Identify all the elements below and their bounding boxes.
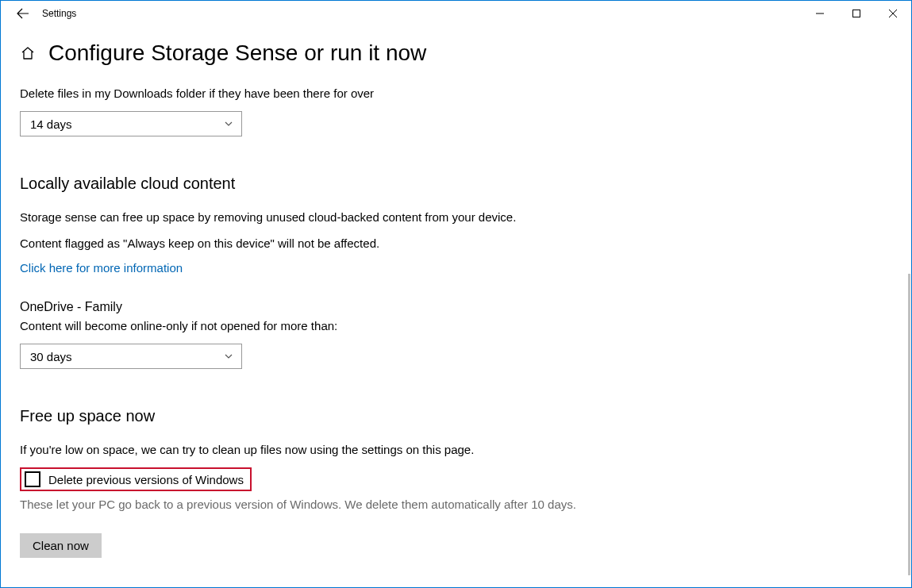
minimize-button[interactable]	[802, 1, 838, 26]
checkbox-note: These let your PC go back to a previous …	[20, 498, 892, 511]
onedrive-label: OneDrive - Family	[20, 300, 892, 314]
downloads-label: Delete files in my Downloads folder if t…	[20, 85, 892, 102]
cloud-more-info-link[interactable]: Click here for more information	[20, 261, 183, 275]
onedrive-desc: Content will become online-only if not o…	[20, 317, 892, 334]
page-title: Configure Storage Sense or run it now	[48, 40, 426, 66]
chevron-down-icon	[224, 350, 233, 363]
delete-previous-versions-checkbox[interactable]: Delete previous versions of Windows	[20, 467, 252, 491]
maximize-button[interactable]	[838, 1, 875, 26]
minimize-icon	[816, 10, 824, 17]
content-area: Configure Storage Sense or run it now De…	[1, 26, 911, 577]
checkbox-label: Delete previous versions of Windows	[48, 473, 244, 486]
chevron-down-icon	[224, 117, 233, 131]
close-icon	[889, 10, 897, 17]
cloud-desc-1: Storage sense can free up space by remov…	[20, 209, 892, 225]
maximize-icon	[852, 10, 860, 17]
titlebar: Settings	[1, 1, 911, 26]
window-title: Settings	[42, 8, 76, 19]
freeup-heading: Free up space now	[20, 407, 892, 425]
onedrive-dropdown[interactable]: 30 days	[20, 344, 242, 369]
arrow-left-icon	[17, 7, 29, 20]
close-button[interactable]	[875, 1, 911, 26]
freeup-desc: If you're low on space, we can try to cl…	[20, 441, 892, 458]
downloads-dropdown[interactable]: 14 days	[20, 111, 242, 136]
window-controls	[802, 1, 911, 26]
home-button[interactable]	[20, 45, 36, 61]
cloud-heading: Locally available cloud content	[20, 175, 892, 193]
onedrive-dropdown-value: 30 days	[30, 350, 72, 363]
page-header: Configure Storage Sense or run it now	[20, 40, 892, 66]
clean-now-button[interactable]: Clean now	[20, 533, 102, 558]
svg-rect-0	[853, 10, 860, 17]
back-button[interactable]	[7, 7, 39, 20]
checkbox-box	[25, 471, 40, 487]
home-icon	[20, 45, 36, 61]
downloads-dropdown-value: 14 days	[30, 117, 72, 131]
cloud-desc-2: Content flagged as "Always keep on this …	[20, 235, 892, 252]
scrollbar[interactable]	[908, 274, 910, 575]
